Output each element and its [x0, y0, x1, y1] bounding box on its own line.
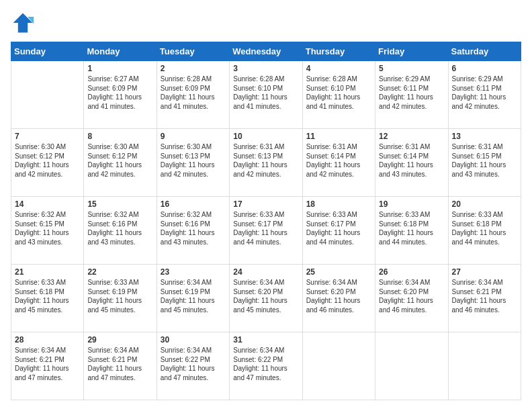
day-info: Sunrise: 6:32 AM Sunset: 6:16 PM Dayligh… — [87, 210, 152, 246]
day-number: 18 — [306, 199, 371, 209]
calendar-day-cell: 14Sunrise: 6:32 AM Sunset: 6:15 PM Dayli… — [11, 197, 84, 265]
calendar-week-row: 21Sunrise: 6:33 AM Sunset: 6:18 PM Dayli… — [11, 265, 521, 332]
day-number: 28 — [15, 335, 80, 345]
day-info: Sunrise: 6:27 AM Sunset: 6:09 PM Dayligh… — [87, 75, 152, 111]
calendar-table: SundayMondayTuesdayWednesdayThursdayFrid… — [11, 42, 521, 400]
calendar-day-cell: 25Sunrise: 6:34 AM Sunset: 6:20 PM Dayli… — [302, 265, 375, 332]
calendar-day-cell: 19Sunrise: 6:33 AM Sunset: 6:18 PM Dayli… — [375, 197, 448, 265]
day-info: Sunrise: 6:33 AM Sunset: 6:18 PM Dayligh… — [379, 210, 444, 246]
day-number: 15 — [87, 199, 152, 209]
calendar-day-cell: 22Sunrise: 6:33 AM Sunset: 6:19 PM Dayli… — [84, 265, 157, 332]
calendar-day-cell: 18Sunrise: 6:33 AM Sunset: 6:17 PM Dayli… — [302, 197, 375, 265]
calendar-day-cell: 26Sunrise: 6:34 AM Sunset: 6:20 PM Dayli… — [375, 265, 448, 332]
day-info: Sunrise: 6:31 AM Sunset: 6:15 PM Dayligh… — [452, 142, 517, 179]
day-info: Sunrise: 6:31 AM Sunset: 6:13 PM Dayligh… — [233, 142, 298, 179]
weekday-header: Wednesday — [230, 42, 302, 61]
calendar-day-cell: 31Sunrise: 6:34 AM Sunset: 6:22 PM Dayli… — [230, 332, 302, 400]
day-number: 11 — [306, 132, 371, 141]
calendar-day-cell: 16Sunrise: 6:32 AM Sunset: 6:16 PM Dayli… — [157, 197, 229, 265]
day-number: 30 — [161, 335, 226, 345]
day-number: 8 — [87, 132, 152, 141]
calendar-day-cell: 30Sunrise: 6:34 AM Sunset: 6:22 PM Dayli… — [157, 332, 229, 400]
weekday-header: Tuesday — [157, 42, 229, 61]
calendar-header-row: SundayMondayTuesdayWednesdayThursdayFrid… — [11, 42, 521, 61]
day-info: Sunrise: 6:30 AM Sunset: 6:12 PM Dayligh… — [15, 142, 80, 179]
day-number: 13 — [452, 132, 517, 141]
day-info: Sunrise: 6:28 AM Sunset: 6:09 PM Dayligh… — [161, 75, 226, 111]
day-info: Sunrise: 6:31 AM Sunset: 6:14 PM Dayligh… — [306, 142, 371, 179]
calendar-day-cell: 6Sunrise: 6:29 AM Sunset: 6:11 PM Daylig… — [448, 61, 521, 129]
day-number: 9 — [161, 132, 226, 141]
day-info: Sunrise: 6:29 AM Sunset: 6:11 PM Dayligh… — [452, 75, 517, 111]
calendar-day-cell: 23Sunrise: 6:34 AM Sunset: 6:19 PM Dayli… — [157, 265, 229, 332]
day-info: Sunrise: 6:34 AM Sunset: 6:21 PM Dayligh… — [15, 346, 80, 382]
day-number: 26 — [379, 267, 444, 277]
calendar-day-cell: 3Sunrise: 6:28 AM Sunset: 6:10 PM Daylig… — [230, 61, 302, 129]
logo — [11, 11, 39, 35]
calendar-day-cell: 29Sunrise: 6:34 AM Sunset: 6:21 PM Dayli… — [84, 332, 157, 400]
day-info: Sunrise: 6:34 AM Sunset: 6:21 PM Dayligh… — [452, 278, 517, 314]
logo-icon — [11, 11, 35, 35]
weekday-header: Monday — [84, 42, 157, 61]
day-number: 27 — [452, 267, 517, 277]
day-info: Sunrise: 6:33 AM Sunset: 6:18 PM Dayligh… — [452, 210, 517, 246]
calendar-day-cell: 1Sunrise: 6:27 AM Sunset: 6:09 PM Daylig… — [84, 61, 157, 129]
day-number: 17 — [233, 199, 298, 209]
day-number: 7 — [15, 132, 80, 141]
day-info: Sunrise: 6:34 AM Sunset: 6:20 PM Dayligh… — [379, 278, 444, 314]
calendar-day-cell: 28Sunrise: 6:34 AM Sunset: 6:21 PM Dayli… — [11, 332, 84, 400]
calendar-week-row: 14Sunrise: 6:32 AM Sunset: 6:15 PM Dayli… — [11, 197, 521, 265]
day-number: 20 — [452, 199, 517, 209]
calendar-day-cell: 9Sunrise: 6:30 AM Sunset: 6:13 PM Daylig… — [157, 129, 229, 197]
header — [11, 11, 521, 35]
day-info: Sunrise: 6:34 AM Sunset: 6:21 PM Dayligh… — [87, 346, 152, 382]
day-info: Sunrise: 6:34 AM Sunset: 6:19 PM Dayligh… — [161, 278, 226, 314]
day-number: 25 — [306, 267, 371, 277]
weekday-header: Saturday — [448, 42, 521, 61]
day-number: 1 — [87, 64, 152, 73]
day-info: Sunrise: 6:33 AM Sunset: 6:17 PM Dayligh… — [233, 210, 298, 246]
day-info: Sunrise: 6:30 AM Sunset: 6:13 PM Dayligh… — [161, 142, 226, 179]
day-number: 6 — [452, 64, 517, 73]
day-info: Sunrise: 6:34 AM Sunset: 6:20 PM Dayligh… — [233, 278, 298, 314]
calendar-day-cell: 13Sunrise: 6:31 AM Sunset: 6:15 PM Dayli… — [448, 129, 521, 197]
page: SundayMondayTuesdayWednesdayThursdayFrid… — [0, 0, 532, 411]
calendar-day-cell: 15Sunrise: 6:32 AM Sunset: 6:16 PM Dayli… — [84, 197, 157, 265]
day-info: Sunrise: 6:30 AM Sunset: 6:12 PM Dayligh… — [87, 142, 152, 179]
day-number: 21 — [15, 267, 80, 277]
weekday-header: Friday — [375, 42, 448, 61]
calendar-day-cell: 5Sunrise: 6:29 AM Sunset: 6:11 PM Daylig… — [375, 61, 448, 129]
day-number: 19 — [379, 199, 444, 209]
calendar-day-cell: 10Sunrise: 6:31 AM Sunset: 6:13 PM Dayli… — [230, 129, 302, 197]
day-number: 24 — [233, 267, 298, 277]
day-info: Sunrise: 6:32 AM Sunset: 6:15 PM Dayligh… — [15, 210, 80, 246]
day-info: Sunrise: 6:33 AM Sunset: 6:18 PM Dayligh… — [15, 278, 80, 314]
day-number: 5 — [379, 64, 444, 73]
calendar-week-row: 28Sunrise: 6:34 AM Sunset: 6:21 PM Dayli… — [11, 332, 521, 400]
day-info: Sunrise: 6:28 AM Sunset: 6:10 PM Dayligh… — [306, 75, 371, 111]
calendar-day-cell — [375, 332, 448, 400]
calendar-day-cell: 4Sunrise: 6:28 AM Sunset: 6:10 PM Daylig… — [302, 61, 375, 129]
calendar-day-cell: 24Sunrise: 6:34 AM Sunset: 6:20 PM Dayli… — [230, 265, 302, 332]
calendar-week-row: 7Sunrise: 6:30 AM Sunset: 6:12 PM Daylig… — [11, 129, 521, 197]
calendar-day-cell: 2Sunrise: 6:28 AM Sunset: 6:09 PM Daylig… — [157, 61, 229, 129]
day-info: Sunrise: 6:32 AM Sunset: 6:16 PM Dayligh… — [161, 210, 226, 246]
day-number: 4 — [306, 64, 371, 73]
calendar-day-cell: 17Sunrise: 6:33 AM Sunset: 6:17 PM Dayli… — [230, 197, 302, 265]
calendar-week-row: 1Sunrise: 6:27 AM Sunset: 6:09 PM Daylig… — [11, 61, 521, 129]
day-number: 16 — [161, 199, 226, 209]
calendar-day-cell — [11, 61, 84, 129]
day-info: Sunrise: 6:33 AM Sunset: 6:19 PM Dayligh… — [87, 278, 152, 314]
day-number: 22 — [87, 267, 152, 277]
day-number: 2 — [161, 64, 226, 73]
day-number: 23 — [161, 267, 226, 277]
calendar-day-cell: 8Sunrise: 6:30 AM Sunset: 6:12 PM Daylig… — [84, 129, 157, 197]
day-info: Sunrise: 6:34 AM Sunset: 6:22 PM Dayligh… — [233, 346, 298, 382]
calendar-day-cell: 7Sunrise: 6:30 AM Sunset: 6:12 PM Daylig… — [11, 129, 84, 197]
calendar-day-cell — [448, 332, 521, 400]
day-info: Sunrise: 6:29 AM Sunset: 6:11 PM Dayligh… — [379, 75, 444, 111]
day-number: 31 — [233, 335, 298, 345]
day-number: 3 — [233, 64, 298, 73]
day-number: 10 — [233, 132, 298, 141]
day-number: 12 — [379, 132, 444, 141]
